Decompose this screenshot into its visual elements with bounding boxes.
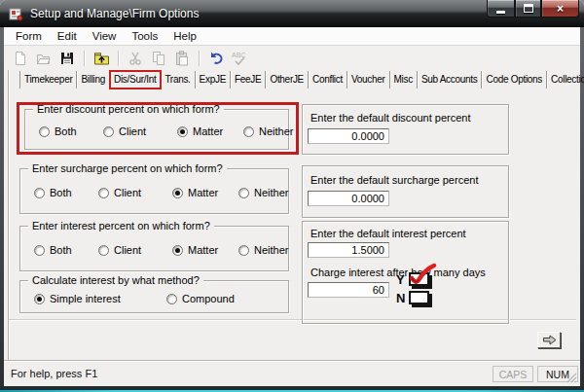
radio-icon xyxy=(243,126,254,137)
yes-row: Y xyxy=(396,271,429,287)
close-icon: × xyxy=(557,1,564,17)
radio-label: Neither xyxy=(254,244,288,256)
tab-code-options[interactable]: Code Options xyxy=(482,71,547,89)
radio-icon-selected xyxy=(177,126,188,137)
cut-icon[interactable] xyxy=(127,50,144,67)
radio-discount-neither[interactable]: Neither xyxy=(243,125,293,137)
minimize-button[interactable] xyxy=(487,0,515,18)
toolbar: ABC xyxy=(4,47,580,70)
radio-surcharge-both[interactable]: Both xyxy=(34,187,98,198)
method-options: Simple interest Compound xyxy=(34,293,235,304)
menubar: Form Edit View Tools Help xyxy=(4,27,580,46)
tab-conflict[interactable]: Conflict xyxy=(309,71,347,89)
radio-method-compound[interactable]: Compound xyxy=(166,293,235,304)
radio-discount-matter[interactable]: Matter xyxy=(177,125,243,137)
yes-no-graphic: Y N xyxy=(396,271,429,308)
tab-billing[interactable]: Billing xyxy=(77,71,110,89)
surcharge-groupbox: Enter surcharge percent on which form? B… xyxy=(19,168,289,214)
arrow-button[interactable] xyxy=(537,332,561,348)
resize-grip[interactable] xyxy=(566,372,578,384)
radio-surcharge-neither[interactable]: Neither xyxy=(238,187,288,198)
firm-options-window: Setup and Manage\Firm Options × Form Edi… xyxy=(0,0,584,392)
tab-expje[interactable]: ExpJE xyxy=(196,71,231,89)
caps-indicator: CAPS xyxy=(493,366,533,382)
radio-discount-both[interactable]: Both xyxy=(39,125,103,137)
radio-interest-both[interactable]: Both xyxy=(34,244,98,256)
radio-label: Client xyxy=(114,187,141,198)
menu-form[interactable]: Form xyxy=(8,27,50,45)
tab-feeje[interactable]: FeeJE xyxy=(231,71,266,89)
no-checkbox[interactable] xyxy=(409,291,429,304)
save-icon[interactable] xyxy=(58,50,76,67)
radio-label: Compound xyxy=(182,293,235,304)
open-folder-icon[interactable] xyxy=(35,50,53,67)
no-row: N xyxy=(396,290,429,305)
undo-icon[interactable] xyxy=(207,50,225,67)
maximize-icon xyxy=(524,4,533,13)
tab-dis-sur-int[interactable]: Dis/Sur/Int xyxy=(110,71,161,89)
new-document-icon[interactable] xyxy=(12,50,29,67)
radio-label: Both xyxy=(55,125,77,137)
tab-otherje[interactable]: OtherJE xyxy=(266,71,309,89)
yes-checkbox[interactable] xyxy=(409,272,429,286)
tab-trans[interactable]: Trans. xyxy=(161,71,195,89)
window-controls: × xyxy=(487,0,579,18)
radio-icon xyxy=(166,294,177,304)
radio-label: Client xyxy=(119,125,146,137)
spell-check-icon[interactable]: ABC xyxy=(231,50,248,67)
menu-help[interactable]: Help xyxy=(165,27,204,45)
radio-interest-neither[interactable]: Neither xyxy=(238,244,288,256)
radio-icon xyxy=(238,188,249,198)
menu-view[interactable]: View xyxy=(85,27,125,45)
radio-label: Both xyxy=(50,187,72,198)
interest-question: Enter interest percent on which form? xyxy=(28,220,214,232)
interest-default-input[interactable] xyxy=(308,242,389,258)
radio-icon-selected xyxy=(172,245,183,256)
method-groupbox: Calculate interest by what method? Simpl… xyxy=(19,280,289,313)
method-question: Calculate interest by what method? xyxy=(28,274,203,286)
interest-options: Both Client Matter Neither xyxy=(34,244,288,256)
radio-discount-client[interactable]: Client xyxy=(103,125,177,137)
radio-label: Neither xyxy=(254,187,288,198)
radio-label: Simple interest xyxy=(50,293,121,304)
interest-default-label: Enter the default interest percent xyxy=(310,228,466,239)
discount-question: Enter discount percent on which form? xyxy=(33,103,224,115)
menu-edit[interactable]: Edit xyxy=(50,27,85,45)
maximize-button[interactable] xyxy=(515,0,541,18)
radio-icon xyxy=(34,188,45,198)
folder-up-icon[interactable] xyxy=(92,50,110,67)
surcharge-default-input[interactable] xyxy=(308,191,389,206)
surcharge-options: Both Client Matter Neither xyxy=(34,187,288,198)
right-arrow-icon xyxy=(542,335,557,345)
statusbar: For help, press F1 CAPS NUM xyxy=(4,363,580,386)
radio-interest-matter[interactable]: Matter xyxy=(172,244,238,256)
interest-groupbox: Enter interest percent on which form? Bo… xyxy=(19,226,289,271)
surcharge-default-label: Enter the default surcharge percent xyxy=(310,174,478,186)
discount-default-input[interactable] xyxy=(308,128,389,144)
radio-icon xyxy=(98,245,109,256)
charge-days-input[interactable] xyxy=(308,282,389,298)
radio-method-simple-interest[interactable]: Simple interest xyxy=(34,293,166,304)
tab-misc[interactable]: Misc xyxy=(390,71,418,89)
discount-groupbox: Enter discount percent on which form? Bo… xyxy=(24,109,289,150)
radio-icon xyxy=(98,188,109,198)
tab-voucher[interactable]: Voucher xyxy=(347,71,390,89)
toolbar-separator xyxy=(199,51,200,66)
paste-icon[interactable] xyxy=(173,50,191,67)
close-button[interactable]: × xyxy=(541,0,579,18)
surcharge-default-box: Enter the default surcharge percent xyxy=(302,165,509,218)
tab-sub-accounts[interactable]: Sub Accounts xyxy=(418,71,483,89)
radio-surcharge-client[interactable]: Client xyxy=(98,187,172,198)
panel-edge-left xyxy=(8,70,9,360)
radio-interest-client[interactable]: Client xyxy=(98,244,172,256)
radio-icon-selected xyxy=(172,188,183,198)
radio-surcharge-matter[interactable]: Matter xyxy=(172,187,238,198)
menu-tools[interactable]: Tools xyxy=(124,27,165,45)
titlebar: Setup and Manage\Firm Options × xyxy=(0,0,584,27)
copy-icon[interactable] xyxy=(150,50,167,67)
radio-label: Both xyxy=(50,244,72,256)
interest-default-box: Enter the default interest percent Charg… xyxy=(302,221,509,324)
tab-collections[interactable]: Collections xyxy=(547,71,584,89)
tab-timekeeper[interactable]: Timekeeper xyxy=(19,71,77,89)
tab-strip: Timekeeper Billing Dis/Sur/Int Trans. Ex… xyxy=(19,71,584,89)
